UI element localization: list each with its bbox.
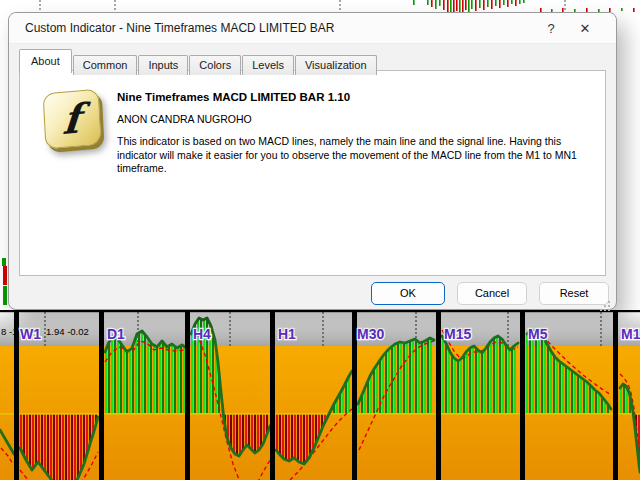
macd-panels-chart: 8 -11.94 -0.02W1D1H4H1M30M15M5M1 — [0, 310, 640, 480]
candle — [2, 258, 6, 266]
resize-grip[interactable] — [608, 301, 610, 303]
close-icon[interactable]: ✕ — [568, 16, 602, 40]
candle — [468, 0, 470, 12]
candle — [456, 0, 458, 11]
logo-glyph: f — [62, 98, 83, 140]
cancel-button[interactable]: Cancel — [457, 282, 527, 305]
candle — [479, 0, 481, 8]
custom-indicator-dialog: Custom Indicator - Nine Timeframes MACD … — [8, 12, 617, 310]
candle — [450, 0, 452, 12]
tab-visualization[interactable]: Visualization — [295, 55, 377, 75]
timeframe-separator — [520, 312, 525, 480]
candle — [487, 0, 489, 7]
candle — [499, 0, 501, 8]
candle — [491, 0, 493, 9]
candle — [471, 0, 473, 9]
candle — [465, 0, 467, 10]
indicator-description: This indicator is based on two MACD line… — [117, 135, 597, 176]
candle — [413, 0, 415, 5]
candle — [523, 0, 525, 3]
candle — [475, 0, 477, 11]
tab-inputs[interactable]: Inputs — [138, 55, 188, 75]
tab-strip: AboutCommonInputsColorsLevelsVisualizati… — [19, 49, 378, 71]
candle — [435, 0, 437, 9]
zero-line — [0, 413, 640, 415]
subwindow-top-border — [0, 310, 640, 312]
candle — [3, 266, 7, 285]
about-tab-page: f Nine Timeframes MACD LIMITED BAR 1.10 … — [19, 70, 606, 276]
timeframe-separator — [99, 312, 104, 480]
tab-levels[interactable]: Levels — [242, 55, 294, 75]
candle — [503, 0, 505, 5]
candle — [439, 0, 441, 6]
candle — [519, 0, 521, 4]
timeframe-label-h1: H1 — [278, 326, 296, 342]
candle — [507, 0, 509, 7]
timeframe-label-m1: M1 — [621, 326, 640, 342]
timeframe-separator — [613, 312, 618, 480]
candle — [483, 0, 485, 10]
timeframe-label-m15: M15 — [444, 326, 471, 342]
candle — [633, 8, 635, 12]
help-button[interactable]: ? — [534, 16, 568, 40]
timeframe-label-w1: W1 — [20, 326, 41, 342]
indicator-logo-icon: f — [43, 89, 102, 150]
indicator-name: Nine Timeframes MACD LIMITED BAR 1.10 — [117, 91, 350, 103]
tab-common[interactable]: Common — [73, 55, 138, 75]
reset-button[interactable]: Reset — [539, 282, 609, 305]
dialog-titlebar[interactable]: Custom Indicator - Nine Timeframes MACD … — [9, 13, 616, 44]
candle — [443, 0, 445, 10]
candle — [431, 0, 433, 7]
timeframe-label-d1: D1 — [107, 326, 125, 342]
screenshot-root: { "dialog": { "title": "Custom Indicator… — [0, 0, 640, 480]
timeframe-separator — [436, 312, 441, 480]
indicator-values: 1.94 -0.02 — [46, 326, 89, 337]
indicator-values: 8 -1 — [1, 326, 17, 337]
indicator-author: ANON CANDRA NUGROHO — [117, 113, 252, 125]
timeframe-label-m5: M5 — [528, 326, 548, 342]
timeframe-separator — [185, 312, 190, 480]
tab-about[interactable]: About — [19, 49, 72, 73]
timeframe-separator — [270, 312, 275, 480]
candle — [427, 0, 429, 5]
ok-button[interactable]: OK — [371, 282, 445, 305]
dialog-title: Custom Indicator - Nine Timeframes MACD … — [25, 21, 534, 35]
timeframe-label-h4: H4 — [193, 326, 211, 342]
candle — [621, 8, 623, 11]
candle — [511, 0, 513, 4]
candle — [515, 0, 517, 6]
timeframe-separator — [14, 312, 19, 480]
candle — [495, 0, 497, 6]
timeframe-label-m30: M30 — [357, 326, 384, 342]
candle — [3, 286, 7, 305]
tab-colors[interactable]: Colors — [189, 55, 241, 75]
candle — [462, 0, 464, 12]
